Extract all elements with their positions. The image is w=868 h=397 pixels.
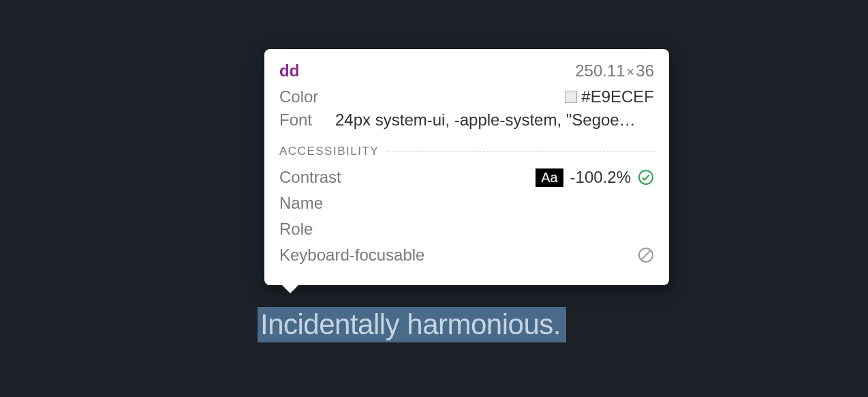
- keyboard-focusable-label: Keyboard-focusable: [279, 246, 424, 265]
- contrast-value: -100.2%: [570, 168, 631, 187]
- accessibility-section-header: ACCESSIBILITY: [279, 145, 654, 158]
- dimensions-multiply-icon: ×: [627, 64, 635, 79]
- check-circle-icon: [638, 169, 654, 186]
- element-tag-name: dd: [279, 61, 299, 80]
- color-label: Color: [279, 87, 326, 106]
- name-label: Name: [279, 194, 323, 213]
- inspected-element-highlight: Incidentally harmonious.: [258, 307, 566, 342]
- element-dimensions: 250.11×36: [575, 61, 654, 80]
- dimensions-height: 36: [636, 61, 654, 80]
- section-divider: [387, 151, 654, 152]
- name-row: Name: [279, 194, 654, 213]
- dimensions-width: 250.11: [575, 61, 625, 80]
- svg-line-2: [641, 250, 651, 260]
- svg-point-0: [639, 171, 653, 184]
- accessibility-title: ACCESSIBILITY: [279, 145, 379, 158]
- contrast-sample-badge: Aa: [536, 168, 563, 187]
- tooltip-header: dd 250.11×36: [279, 61, 654, 80]
- color-value: #E9ECEF: [581, 87, 654, 106]
- devtools-element-tooltip: dd 250.11×36 Color #E9ECEF Font 24px sys…: [264, 49, 669, 285]
- role-row: Role: [279, 220, 654, 239]
- font-property-row: Font 24px system-ui, -apple-system, "Seg…: [279, 111, 654, 130]
- role-label: Role: [279, 220, 313, 239]
- font-value: 24px system-ui, -apple-system, "Segoe…: [335, 111, 654, 130]
- contrast-row: Contrast Aa -100.2%: [279, 168, 654, 187]
- not-applicable-icon: [638, 247, 654, 263]
- color-swatch-icon: [565, 91, 577, 103]
- color-property-row: Color #E9ECEF: [279, 87, 654, 106]
- font-label: Font: [279, 111, 326, 130]
- keyboard-focusable-row: Keyboard-focusable: [279, 246, 654, 265]
- contrast-label: Contrast: [279, 168, 341, 187]
